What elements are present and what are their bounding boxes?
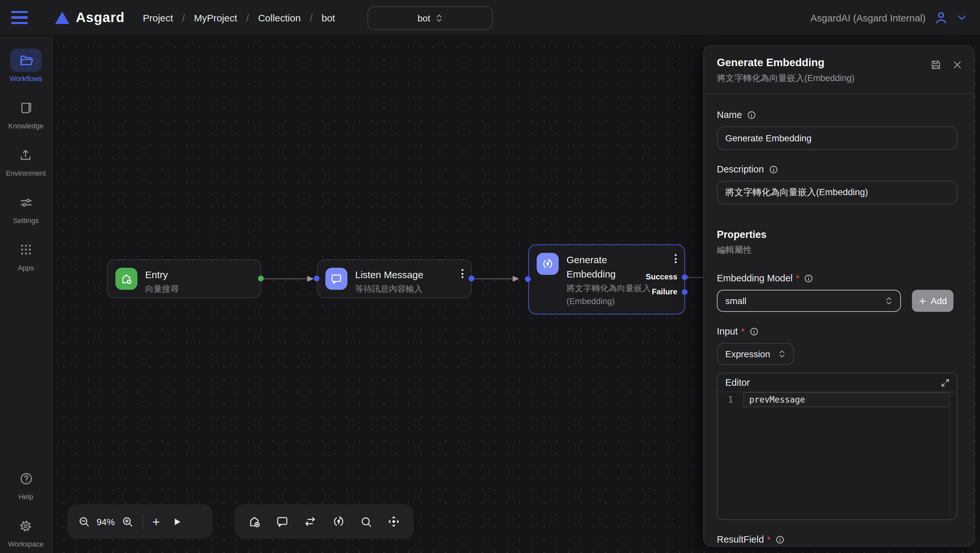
info-icon[interactable] xyxy=(804,273,814,283)
breadcrumb-collection[interactable]: Collection xyxy=(258,12,301,23)
expression-editor: Editor 1 prevMessage xyxy=(717,373,957,520)
editor-code-text[interactable]: prevMessage xyxy=(743,392,950,407)
book-icon xyxy=(10,96,41,119)
workflow-selector-value: bot xyxy=(418,13,430,23)
logo-triangle-icon xyxy=(55,11,69,24)
sidebar-item-label: Workspace xyxy=(8,540,44,548)
sidebar-item-label: Apps xyxy=(18,264,34,272)
input-type-value: Expression xyxy=(725,349,770,359)
editor-code-area[interactable]: 1 prevMessage xyxy=(718,392,957,520)
chevron-up-down-icon xyxy=(885,296,892,305)
add-node-button[interactable]: + xyxy=(152,515,160,528)
properties-title: Properties xyxy=(717,229,957,241)
output-label-success: Success xyxy=(528,272,677,281)
breadcrumb-separator: / xyxy=(310,12,312,23)
chevron-down-icon[interactable] xyxy=(957,12,967,23)
sidebar-item-label: Settings xyxy=(13,217,39,224)
menu-icon[interactable] xyxy=(11,11,28,24)
toolbar-divider xyxy=(143,514,143,529)
resultfield-label-row: ResultField * xyxy=(717,534,957,545)
embedding-model-select[interactable]: small xyxy=(717,290,901,312)
canvas-zoom-toolbar: 94% + xyxy=(67,504,213,539)
help-icon xyxy=(10,467,41,490)
info-icon[interactable] xyxy=(775,534,785,544)
save-icon[interactable] xyxy=(930,59,942,71)
input-label: Input xyxy=(717,326,738,336)
add-message-node-button[interactable] xyxy=(275,515,289,528)
sidebar-item-label: Workflows xyxy=(10,75,42,82)
zoom-out-button[interactable] xyxy=(78,515,90,528)
node-menu-button[interactable] xyxy=(461,269,463,278)
sidebar-item-apps[interactable]: Apps xyxy=(10,238,41,272)
breadcrumb-bot[interactable]: bot xyxy=(321,12,335,23)
name-label-row: Name xyxy=(717,110,957,120)
sidebar: Workflows Knowledge Environment xyxy=(0,35,52,553)
input-label-row: Input * xyxy=(717,326,957,336)
description-label: Description xyxy=(717,164,764,174)
embedding-model-label-row: Embedding Model * xyxy=(717,273,957,283)
zoom-in-button[interactable] xyxy=(121,515,134,528)
sidebar-item-workflows[interactable]: Workflows xyxy=(10,49,42,82)
input-type-select[interactable]: Expression xyxy=(717,343,794,365)
apps-grid-icon xyxy=(10,238,41,261)
user-icon[interactable] xyxy=(933,10,949,25)
info-icon[interactable] xyxy=(749,327,759,336)
node-listen-message[interactable]: Listen Message 等待訊息內容輸入 xyxy=(317,259,472,298)
listen-output-port[interactable] xyxy=(469,276,474,281)
info-icon[interactable] xyxy=(746,110,756,120)
editor-line-number: 1 xyxy=(718,392,743,407)
embedding-model-label: Embedding Model xyxy=(717,273,793,283)
sidebar-item-environment[interactable]: Environment xyxy=(6,143,46,177)
embedding-success-port[interactable] xyxy=(682,274,688,280)
panel-subtitle: 將文字轉化為向量嵌入(Embedding) xyxy=(717,73,961,84)
embedding-failure-port[interactable] xyxy=(682,289,688,295)
asgard-logo[interactable]: Asgard xyxy=(55,10,125,25)
required-marker: * xyxy=(741,326,745,336)
required-marker: * xyxy=(767,534,771,545)
node-entry[interactable]: Entry 向量搜尋 xyxy=(107,259,261,298)
add-transfer-node-button[interactable] xyxy=(304,515,317,528)
listen-input-port[interactable] xyxy=(314,276,320,281)
add-entry-node-button[interactable] xyxy=(248,515,261,528)
expand-icon[interactable] xyxy=(940,378,950,387)
sidebar-item-help[interactable]: Help xyxy=(10,467,41,500)
workflow-selector[interactable]: bot xyxy=(368,6,493,30)
breadcrumb-myproject[interactable]: MyProject xyxy=(194,12,237,23)
breadcrumb-separator: / xyxy=(182,12,185,23)
node-subtitle: 等待訊息內容輸入 xyxy=(355,283,423,296)
node-subtitle: 向量搜尋 xyxy=(145,283,179,296)
editor-scroll-divider xyxy=(950,392,950,520)
add-button-label: Add xyxy=(931,296,947,306)
embedding-input-port[interactable] xyxy=(525,276,531,282)
breadcrumb-project[interactable]: Project xyxy=(143,12,173,23)
name-input[interactable] xyxy=(717,126,957,150)
breadcrumb: Project / MyProject / Collection / bot xyxy=(143,12,335,23)
folder-icon xyxy=(10,49,41,72)
description-label-row: Description xyxy=(717,164,957,174)
entry-house-plus-icon xyxy=(115,268,137,290)
sidebar-item-settings[interactable]: Settings xyxy=(10,191,41,224)
node-palette-toolbar xyxy=(235,504,414,539)
entry-output-port[interactable] xyxy=(258,276,264,281)
sidebar-item-label: Knowledge xyxy=(8,122,44,130)
resultfield-label: ResultField xyxy=(717,534,764,545)
gear-icon xyxy=(10,514,41,537)
zoom-level: 94% xyxy=(97,516,115,527)
sidebar-item-workspace[interactable]: Workspace xyxy=(8,514,44,548)
add-embedding-node-button[interactable] xyxy=(331,515,345,528)
top-bar: Asgard Project / MyProject / Collection … xyxy=(0,0,980,36)
add-model-button[interactable]: Add xyxy=(912,290,953,312)
close-icon[interactable] xyxy=(952,60,963,70)
run-workflow-button[interactable] xyxy=(172,516,182,527)
account-label: AsgardAI (Asgard Internal) xyxy=(810,12,926,23)
description-input[interactable] xyxy=(717,181,957,204)
search-nodes-button[interactable] xyxy=(360,515,373,528)
panel-title: Generate Embedding xyxy=(717,56,961,69)
chevron-up-down-icon xyxy=(435,14,442,23)
sidebar-item-knowledge[interactable]: Knowledge xyxy=(8,96,44,130)
node-menu-button[interactable] xyxy=(675,254,677,263)
plus-icon xyxy=(918,296,927,305)
auto-layout-button[interactable] xyxy=(387,515,401,528)
speech-bubble-icon xyxy=(325,268,347,290)
info-icon[interactable] xyxy=(768,164,778,174)
